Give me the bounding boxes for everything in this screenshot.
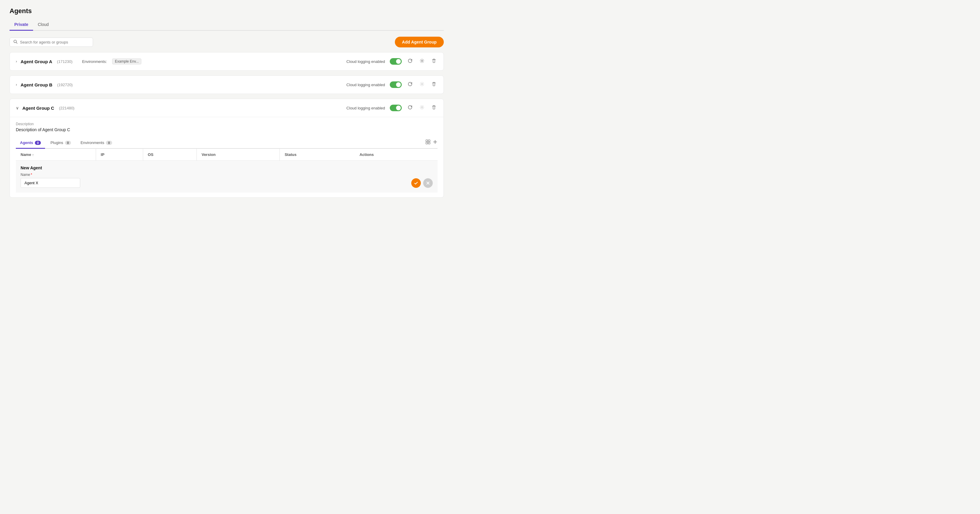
svg-line-1	[16, 42, 17, 43]
group-b-settings-button[interactable]	[418, 81, 426, 89]
plugins-count-badge: 0	[65, 141, 71, 145]
group-c-delete-button[interactable]	[430, 104, 438, 112]
agent-group-a-left: › Agent Group A (171230) Environments: E…	[16, 59, 142, 64]
col-header-actions: Actions	[355, 149, 438, 161]
inner-tab-environments-label: Environments	[81, 140, 104, 145]
svg-rect-5	[426, 140, 428, 142]
inner-tab-plugins-label: Plugins	[50, 140, 63, 145]
svg-point-0	[14, 40, 16, 43]
name-input-row	[21, 178, 433, 188]
new-agent-cell: New Agent Name*	[16, 161, 438, 193]
group-c-refresh-button[interactable]	[406, 104, 414, 112]
add-agent-group-button[interactable]: Add Agent Group	[395, 37, 444, 48]
environments-count-badge: 0	[106, 141, 112, 145]
main-tabs: Private Cloud	[10, 20, 444, 31]
col-header-version: Version	[197, 149, 280, 161]
toolbar: Add Agent Group	[10, 37, 444, 48]
group-a-id: (171230)	[57, 59, 72, 64]
chevron-right-icon[interactable]: ›	[16, 59, 17, 64]
inner-tab-plugins[interactable]: Plugins 0	[46, 138, 75, 149]
col-header-ip: IP	[96, 149, 143, 161]
add-row-button[interactable]	[433, 140, 438, 145]
agent-group-b: › Agent Group B (192720) Cloud logging e…	[10, 75, 444, 94]
col-header-name: Name ↑	[16, 149, 96, 161]
agents-table: Name ↑ IP OS Version Status Actions New …	[16, 149, 438, 193]
group-b-cloud-label: Cloud logging enabled	[347, 83, 385, 87]
agent-group-b-right: Cloud logging enabled	[347, 81, 438, 89]
group-b-refresh-button[interactable]	[406, 81, 414, 89]
group-c-cloud-label: Cloud logging enabled	[347, 106, 385, 110]
confirm-button[interactable]	[411, 178, 421, 188]
new-agent-title: New Agent	[21, 165, 433, 170]
svg-rect-8	[428, 142, 430, 144]
chevron-down-icon-c[interactable]: ∨	[16, 105, 19, 110]
grid-view-button[interactable]	[426, 140, 430, 145]
agent-name-input[interactable]	[21, 178, 80, 188]
action-buttons	[411, 178, 433, 188]
group-a-env-label: Environments:	[82, 59, 107, 64]
group-b-delete-button[interactable]	[430, 81, 438, 89]
group-b-toggle[interactable]	[390, 81, 402, 88]
page-title: Agents	[10, 7, 444, 15]
group-a-delete-button[interactable]	[430, 57, 438, 65]
group-c-name: Agent Group C	[22, 105, 54, 111]
name-field-label: Name*	[21, 173, 433, 177]
agent-group-a-header: › Agent Group A (171230) Environments: E…	[10, 53, 444, 70]
search-icon	[13, 40, 18, 45]
agent-group-a-right: Cloud logging enabled	[347, 57, 438, 65]
group-a-toggle[interactable]	[390, 58, 402, 65]
agent-group-c-right: Cloud logging enabled	[347, 104, 438, 112]
svg-point-2	[422, 60, 423, 62]
svg-point-3	[422, 83, 423, 85]
group-b-name: Agent Group B	[21, 82, 52, 88]
agent-group-c-header: ∨ Agent Group C (221480) Cloud logging e…	[10, 99, 444, 117]
group-c-id: (221480)	[59, 106, 75, 110]
group-b-id: (192720)	[57, 83, 73, 87]
agent-group-c-body: Description Description of Agent Group C…	[10, 117, 444, 197]
cancel-button[interactable]	[423, 178, 433, 188]
description-value: Description of Agent Group C	[16, 127, 438, 132]
tab-cloud[interactable]: Cloud	[33, 20, 54, 31]
inner-tabs-right	[426, 140, 438, 147]
group-a-cloud-label: Cloud logging enabled	[347, 59, 385, 64]
agent-group-a: › Agent Group A (171230) Environments: E…	[10, 52, 444, 71]
inner-tab-agents-label: Agents	[20, 140, 33, 145]
table-row: New Agent Name*	[16, 161, 438, 193]
agents-count-badge: 0	[35, 141, 41, 145]
group-a-refresh-button[interactable]	[406, 57, 414, 65]
search-input[interactable]	[20, 40, 89, 45]
group-a-env-badge: Example Env...	[112, 59, 142, 64]
group-c-settings-button[interactable]	[418, 104, 426, 112]
col-header-os: OS	[143, 149, 197, 161]
agent-group-c: ∨ Agent Group C (221480) Cloud logging e…	[10, 99, 444, 198]
inner-tabs-left: Agents 0 Plugins 0 Environments 0	[16, 138, 116, 148]
inner-tabs: Agents 0 Plugins 0 Environments 0	[16, 138, 438, 149]
group-c-toggle[interactable]	[390, 105, 402, 111]
new-agent-section: New Agent Name*	[16, 161, 438, 193]
inner-tab-agents[interactable]: Agents 0	[16, 138, 45, 149]
agent-group-c-left: ∨ Agent Group C (221480)	[16, 105, 75, 111]
table-header-row: Name ↑ IP OS Version Status Actions	[16, 149, 438, 161]
tab-private[interactable]: Private	[10, 20, 33, 31]
description-label: Description	[16, 122, 438, 126]
svg-point-4	[422, 107, 423, 108]
svg-rect-6	[428, 140, 430, 142]
group-a-name: Agent Group A	[21, 59, 52, 64]
inner-tab-environments[interactable]: Environments 0	[76, 138, 116, 149]
required-star: *	[31, 173, 32, 177]
svg-rect-7	[426, 142, 428, 144]
agent-group-b-header: › Agent Group B (192720) Cloud logging e…	[10, 76, 444, 94]
chevron-right-icon-b[interactable]: ›	[16, 83, 17, 87]
group-a-settings-button[interactable]	[418, 57, 426, 65]
col-header-status: Status	[280, 149, 355, 161]
search-box	[10, 38, 93, 47]
agent-group-b-left: › Agent Group B (192720)	[16, 82, 73, 88]
